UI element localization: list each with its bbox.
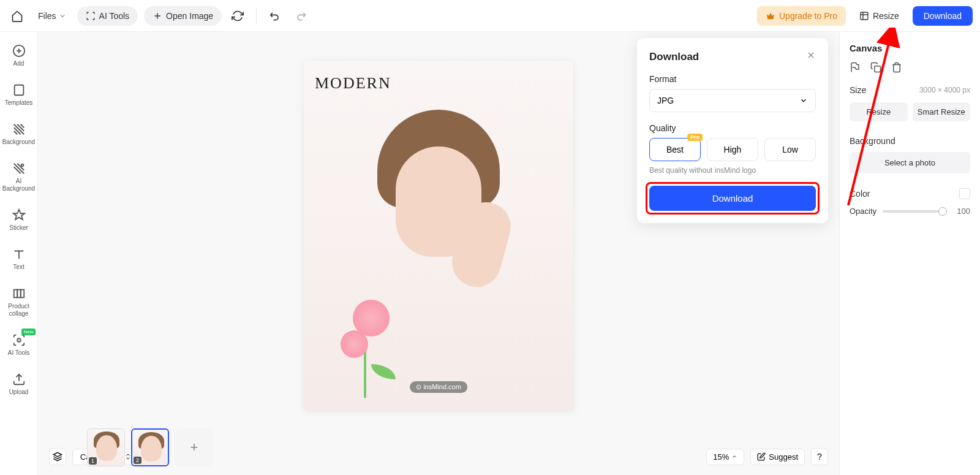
quality-best[interactable]: Pro Best <box>649 138 701 161</box>
color-swatch[interactable] <box>959 188 970 199</box>
sidebar-background-label: Background <box>2 139 35 146</box>
format-label: Format <box>649 74 816 84</box>
ai-tools-button[interactable]: AI Tools <box>77 6 138 26</box>
quality-high-label: High <box>724 145 742 154</box>
layers-icon <box>53 452 62 462</box>
new-badge: New <box>21 329 35 335</box>
canvas-image[interactable]: MODERN ⊙ insMind.com <box>304 61 573 410</box>
quality-hint: Best quality without insMind logo <box>649 166 816 175</box>
copy-icon[interactable] <box>870 62 881 73</box>
opacity-slider[interactable] <box>883 210 947 213</box>
format-value: JPG <box>657 96 674 105</box>
pro-badge: Pro <box>687 134 703 141</box>
quality-options: Pro Best High Low <box>649 138 816 161</box>
chevron-up-icon <box>731 454 737 460</box>
sidebar-ai-bg-label: AI Background <box>2 178 35 192</box>
ai-background-icon <box>12 162 26 175</box>
layers-button[interactable] <box>49 448 66 465</box>
properties-panel: Canvas Size 3000 × 4000 px Resize Smart … <box>839 32 980 475</box>
upgrade-label: Upgrade to Pro <box>779 11 837 21</box>
chevron-down-icon <box>59 12 66 20</box>
edit-icon <box>757 452 766 461</box>
sidebar-ai-background[interactable]: AI Background <box>1 159 37 195</box>
collage-icon <box>12 287 26 300</box>
smart-resize-button[interactable]: Smart Resize <box>913 102 971 121</box>
canvas-workspace[interactable]: MODERN ⊙ insMind.com Download <box>38 32 839 475</box>
sidebar-sticker-label: Sticker <box>9 224 28 232</box>
home-button[interactable] <box>7 6 27 26</box>
sidebar-sticker[interactable]: Sticker <box>1 206 37 234</box>
svg-rect-0 <box>861 12 868 20</box>
resize-button[interactable]: Resize <box>850 102 908 121</box>
refresh-button[interactable] <box>228 6 247 26</box>
size-value: 3000 × 4000 px <box>919 86 970 94</box>
download-main-label: Download <box>712 193 753 203</box>
trash-icon[interactable] <box>891 62 902 73</box>
svg-rect-6 <box>20 290 24 298</box>
top-toolbar: Files AI Tools Open Image Upgrade to Pro <box>0 0 980 32</box>
home-icon <box>11 10 23 22</box>
sidebar-text[interactable]: Text <box>1 245 37 273</box>
resize-top-label: Resize <box>873 11 899 21</box>
quality-high[interactable]: High <box>707 138 758 161</box>
sidebar-templates[interactable]: Templates <box>1 81 37 109</box>
files-menu[interactable]: Files <box>33 7 71 25</box>
svg-rect-2 <box>14 85 23 96</box>
flag-icon[interactable] <box>850 62 861 73</box>
sidebar-product-collage[interactable]: Product collage <box>1 284 37 320</box>
text-icon <box>12 248 26 261</box>
quality-label: Quality <box>649 123 816 133</box>
background-label: Background <box>850 136 970 146</box>
open-image-button[interactable]: Open Image <box>144 6 222 26</box>
suggest-button[interactable]: Suggest <box>750 449 805 465</box>
sidebar-ai-tools[interactable]: New AI Tools <box>1 331 37 359</box>
sidebar-background[interactable]: Background <box>1 120 37 148</box>
add-canvas-button[interactable]: + <box>175 428 213 466</box>
sticker-icon <box>12 208 26 222</box>
add-canvas-label: + <box>190 439 198 455</box>
upgrade-button[interactable]: Upgrade to Pro <box>757 6 846 26</box>
sidebar-aitools-label: AI Tools <box>8 349 29 357</box>
resize-icon <box>859 11 869 21</box>
quality-best-label: Best <box>666 145 684 154</box>
plus-icon <box>153 11 162 21</box>
resize-top-button[interactable]: Resize <box>853 7 905 25</box>
opacity-value: 100 <box>953 207 970 216</box>
divider <box>256 9 257 23</box>
help-button[interactable]: ? <box>811 448 828 465</box>
undo-button[interactable] <box>265 6 285 26</box>
download-top-button[interactable]: Download <box>913 6 973 26</box>
quality-low-label: Low <box>782 145 798 154</box>
select-photo-button[interactable]: Select a photo <box>850 152 970 173</box>
download-top-label: Download <box>924 11 962 21</box>
rose-sticker <box>334 300 408 398</box>
main-area: Add Templates Background AI Background S… <box>0 32 980 475</box>
download-main-button[interactable]: Download <box>649 186 816 211</box>
sidebar-collage-label: Product collage <box>4 303 34 317</box>
zoom-control[interactable]: 15% <box>706 449 744 465</box>
format-select[interactable]: JPG <box>649 89 816 112</box>
quality-low[interactable]: Low <box>764 138 816 161</box>
highlight-annotation: Download <box>646 182 820 215</box>
zoom-value: 15% <box>713 452 729 462</box>
thumb-2[interactable]: 2 <box>131 428 169 466</box>
ai-tools-label: AI Tools <box>99 11 130 21</box>
sidebar-add[interactable]: Add <box>1 42 37 70</box>
svg-point-3 <box>21 164 23 167</box>
sidebar-upload[interactable]: Upload <box>1 370 37 398</box>
open-image-label: Open Image <box>166 11 213 21</box>
svg-rect-8 <box>875 66 881 72</box>
canvas-actions <box>850 62 970 73</box>
upload-icon <box>12 373 26 386</box>
thumb-1[interactable]: 1 <box>87 428 125 466</box>
scan-icon <box>86 11 96 21</box>
topbar-right: Upgrade to Pro Resize Download <box>757 6 973 26</box>
redo-button[interactable] <box>291 6 311 26</box>
undo-icon <box>269 10 281 22</box>
color-label: Color <box>850 189 870 199</box>
topbar-left: Files AI Tools Open Image <box>7 6 311 26</box>
canvas-text-modern: MODERN <box>315 74 391 93</box>
close-panel-button[interactable] <box>806 50 816 63</box>
suggest-label: Suggest <box>769 452 798 462</box>
sidebar-upload-label: Upload <box>9 389 29 396</box>
